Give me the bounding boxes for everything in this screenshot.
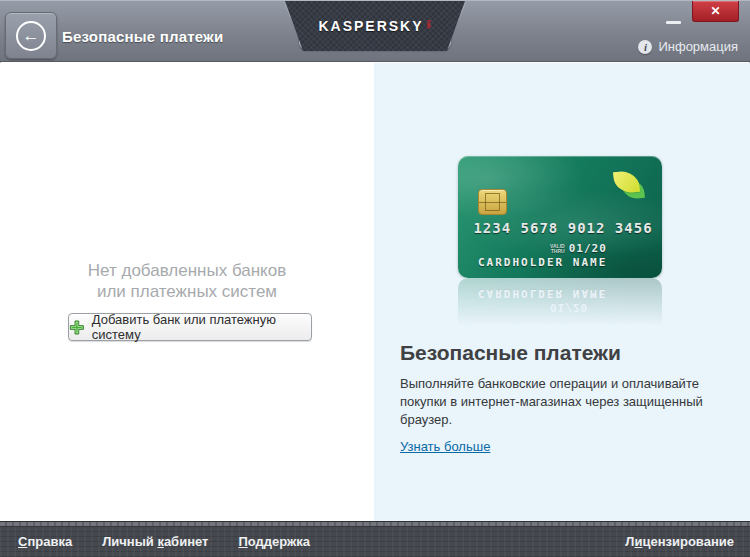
plus-icon: [69, 319, 85, 336]
promo-description: Выполняйте банковские операции и оплачив…: [400, 375, 712, 429]
brand-lab-text: lab: [426, 20, 432, 29]
card-number: 1234 5678 9012 3456: [468, 220, 658, 236]
leaf-logo-icon: [612, 169, 646, 201]
info-label: Информация: [658, 39, 738, 54]
leaf-yellow: [613, 170, 640, 194]
kaspersky-logo: KASPERSKYlab: [285, 1, 465, 51]
promo-panel: 1234 5678 9012 3456 VALID THRU 01/20 CAR…: [374, 63, 750, 521]
licensing-link[interactable]: Лицензирование: [625, 534, 734, 549]
bottom-links: Справка Личный кабинет Поддержка: [18, 522, 310, 557]
empty-line-1: Нет добавленных банков: [0, 260, 374, 281]
information-link[interactable]: i Информация: [638, 39, 738, 54]
bank-card-image: 1234 5678 9012 3456 VALID THRU 01/20 CAR…: [458, 156, 662, 278]
card-holder-name: CARDHOLDER NAME: [478, 256, 607, 269]
empty-line-2: или платежных систем: [0, 281, 374, 302]
kaspersky-logo-badge: KASPERSKYlab: [283, 1, 467, 53]
learn-more-link[interactable]: Узнать больше: [400, 439, 490, 454]
brand-text: KASPERSKY: [318, 18, 423, 34]
content-area: Нет добавленных банков или платежных сис…: [0, 63, 750, 521]
card-reflection: 1234 5678 9012 3456 01/20 CARDHOLDER NAM…: [458, 278, 662, 330]
minimize-icon: [666, 21, 681, 24]
empty-state-message: Нет добавленных банков или платежных сис…: [0, 260, 374, 302]
support-link[interactable]: Поддержка: [238, 534, 310, 549]
back-button[interactable]: ←: [5, 12, 57, 59]
promo-block: Безопасные платежи Выполняйте банковские…: [400, 341, 730, 455]
close-button[interactable]: ✕: [692, 1, 739, 22]
minimize-button[interactable]: [666, 10, 681, 24]
info-icon: i: [638, 40, 652, 54]
header-bar: ← Безопасные платежи KASPERSKYlab ✕ i Ин…: [0, 0, 750, 62]
my-account-link[interactable]: Личный кабинет: [102, 534, 208, 549]
promo-heading: Безопасные платежи: [400, 341, 730, 365]
bottom-bar: Справка Личный кабинет Поддержка Лицензи…: [0, 521, 750, 557]
back-arrow-icon: ←: [16, 21, 46, 51]
valid-thru-label: VALID THRU: [550, 244, 565, 254]
add-bank-button-label: Добавить банк или платежную систему: [92, 312, 311, 342]
card-chip-icon: [478, 189, 507, 215]
card-valid-thru: VALID THRU 01/20: [550, 242, 607, 255]
reflection-fade: [458, 278, 662, 330]
page-title: Безопасные платежи: [62, 28, 223, 45]
kaspersky-safe-money-window: ← Безопасные платежи KASPERSKYlab ✕ i Ин…: [0, 0, 750, 557]
valid-thru-value: 01/20: [569, 242, 607, 255]
help-link[interactable]: Справка: [18, 534, 72, 549]
add-bank-button[interactable]: Добавить банк или платежную систему: [68, 313, 312, 341]
